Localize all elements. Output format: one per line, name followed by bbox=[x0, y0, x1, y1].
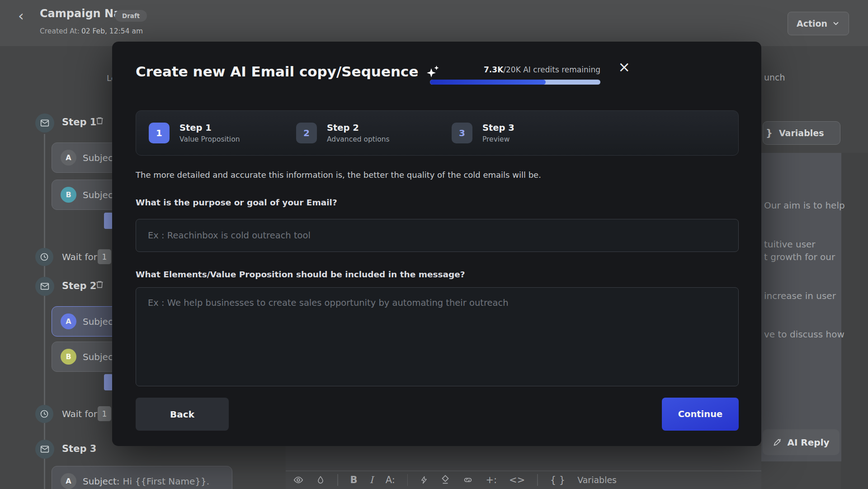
wizard-steps-bar: 1 Step 1 Value Proposition 2 Step 2 Adva… bbox=[136, 110, 739, 156]
credits-used: 7.3K bbox=[484, 65, 503, 74]
variant-a-badge: A bbox=[61, 150, 76, 166]
preview-text-fragment: Our aim is to help bbox=[764, 200, 845, 211]
email-editor-footer: B I A: +: <> { } Variables bbox=[286, 446, 761, 489]
variant-a-badge: A bbox=[61, 313, 76, 329]
toolbar-divider-line bbox=[286, 470, 761, 471]
variant-card[interactable]: A Subject: Hi {{First Name}}. bbox=[52, 466, 232, 489]
sparkles-icon bbox=[425, 64, 441, 79]
variables-braces-icon[interactable]: { } bbox=[550, 475, 565, 485]
subject-label: Subject: bbox=[83, 476, 120, 487]
created-at: Created At:02 Feb, 12:54 am bbox=[40, 27, 143, 35]
wait-clock-icon bbox=[35, 405, 53, 423]
modal-title-text: Create new AI Email copy/Sequence bbox=[136, 63, 418, 80]
variables-button[interactable]: } Variables bbox=[763, 121, 840, 145]
text-color-icon[interactable]: A: bbox=[386, 475, 395, 485]
status-badge: Draft bbox=[115, 10, 147, 22]
step-1-badge: 1 bbox=[149, 123, 170, 143]
variables-button-label: Variables bbox=[779, 128, 824, 138]
variant-b-badge: B bbox=[61, 349, 76, 365]
wizard-step-3[interactable]: 3 Step 3 Preview bbox=[452, 123, 514, 143]
delete-step-icon[interactable] bbox=[95, 116, 104, 125]
add-variant-button-edge[interactable] bbox=[104, 213, 113, 229]
ai-credits-remaining: 7.3K/20K AI credits remaining bbox=[484, 65, 600, 74]
preview-text-fragment: t growth for our bbox=[764, 252, 835, 262]
chevron-down-icon bbox=[832, 19, 840, 28]
lightning-icon[interactable] bbox=[420, 475, 428, 485]
step-2-badge: 2 bbox=[296, 123, 317, 143]
pen-sparkle-icon bbox=[773, 437, 782, 447]
clear-format-icon[interactable] bbox=[440, 475, 450, 485]
preview-text-fragment: ve to discuss how bbox=[764, 329, 844, 340]
preview-text-fragment: increase in user bbox=[764, 290, 836, 301]
sequence-step-3-label: Step 3 bbox=[62, 443, 96, 454]
toolbar-separator bbox=[407, 474, 408, 486]
created-at-value: 02 Feb, 12:54 am bbox=[81, 27, 143, 35]
credits-rest: /20K AI credits remaining bbox=[503, 65, 600, 74]
wait-clock-icon bbox=[35, 248, 53, 266]
preview-eye-icon[interactable] bbox=[293, 475, 304, 485]
close-icon[interactable]: × bbox=[618, 60, 630, 74]
italic-icon[interactable]: I bbox=[370, 475, 373, 485]
delete-step-icon[interactable] bbox=[95, 280, 104, 289]
wait-days-value[interactable]: 1 bbox=[98, 406, 111, 421]
wait-days-value[interactable]: 1 bbox=[98, 249, 111, 264]
launch-button-fragment[interactable]: unch bbox=[764, 72, 785, 82]
add-variant-button-edge[interactable] bbox=[104, 374, 113, 390]
step-1-sublabel: Value Proposition bbox=[179, 135, 240, 143]
continue-button[interactable]: Continue bbox=[662, 398, 739, 431]
modal-title: Create new AI Email copy/Sequence bbox=[136, 63, 441, 80]
credits-progress-fill bbox=[430, 80, 546, 85]
subject-value: Hi {{First Name}}. bbox=[123, 476, 210, 487]
toolbar-separator bbox=[537, 474, 538, 486]
created-at-label: Created At: bbox=[40, 27, 80, 35]
insert-plus-icon[interactable]: +: bbox=[486, 475, 497, 485]
wait-for-label: Wait for bbox=[62, 408, 97, 419]
email-step-icon bbox=[35, 277, 54, 296]
wizard-step-1[interactable]: 1 Step 1 Value Proposition bbox=[149, 123, 296, 143]
variant-b-badge: B bbox=[61, 187, 76, 203]
editor-toolbar: B I A: +: <> { } Variables bbox=[293, 474, 617, 486]
sequence-connector-line bbox=[44, 134, 45, 489]
code-icon[interactable]: <> bbox=[509, 475, 525, 485]
variant-a-badge: A bbox=[61, 473, 76, 489]
back-button[interactable]: Back bbox=[136, 398, 229, 431]
step-3-badge: 3 bbox=[452, 123, 472, 143]
purpose-input[interactable] bbox=[136, 219, 739, 252]
braces-icon: } bbox=[766, 128, 773, 138]
email-step-icon bbox=[35, 114, 54, 133]
sequence-step-1-label: Step 1 bbox=[62, 117, 96, 128]
toolbar-separator bbox=[337, 474, 338, 486]
sequence-step-2-label: Step 2 bbox=[62, 280, 96, 291]
credits-progress-bar bbox=[430, 80, 600, 85]
step-2-sublabel: Advanced options bbox=[327, 135, 390, 143]
step-3-label: Step 3 bbox=[482, 123, 514, 133]
modal-description: The more detailed and accurate this info… bbox=[136, 170, 541, 180]
bold-icon[interactable]: B bbox=[350, 475, 358, 485]
value-proposition-question-label: What Elements/Value Proposition should b… bbox=[136, 270, 465, 279]
preview-text-fragment: tuitive user bbox=[764, 239, 816, 250]
step-2-label: Step 2 bbox=[327, 123, 390, 133]
back-chevron-icon[interactable]: ‹ bbox=[18, 7, 24, 24]
purpose-question-label: What is the purpose or goal of your Emai… bbox=[136, 198, 337, 207]
ai-reply-button[interactable]: AI Reply bbox=[763, 429, 840, 455]
toolbar-variables-label[interactable]: Variables bbox=[577, 475, 617, 485]
step-3-sublabel: Preview bbox=[482, 135, 514, 143]
step-1-label: Step 1 bbox=[179, 123, 240, 133]
action-button[interactable]: Action bbox=[788, 12, 849, 35]
email-step-icon bbox=[35, 440, 54, 459]
right-edge-strip bbox=[841, 153, 868, 489]
wizard-step-2[interactable]: 2 Step 2 Advanced options bbox=[296, 123, 452, 143]
app-header: ‹ Campaign Name Draft Created At:02 Feb,… bbox=[0, 0, 868, 46]
wait-for-label: Wait for bbox=[62, 252, 97, 262]
link-icon[interactable] bbox=[462, 475, 473, 485]
email-preview-panel bbox=[761, 153, 841, 461]
ai-reply-label: AI Reply bbox=[787, 437, 829, 448]
action-button-label: Action bbox=[797, 19, 827, 28]
ink-fill-icon[interactable] bbox=[316, 475, 325, 485]
create-ai-email-modal: Create new AI Email copy/Sequence 7.3K/2… bbox=[112, 42, 761, 446]
value-proposition-textarea[interactable] bbox=[136, 287, 739, 386]
